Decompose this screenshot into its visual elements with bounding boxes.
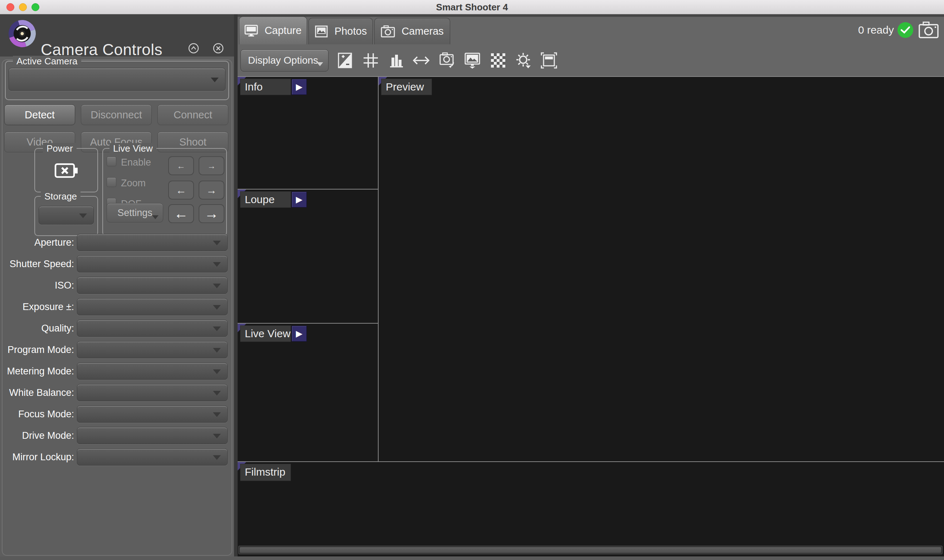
power-group-label: Power	[43, 143, 77, 154]
arrow-right-icon: →	[204, 206, 219, 222]
live-view-panel: Live View ▶	[238, 324, 378, 461]
iso-select[interactable]	[77, 277, 228, 294]
aperture-label: Aperture:	[3, 237, 74, 248]
lv-focus-near-small-button[interactable]: ←	[168, 156, 194, 175]
tab-photos[interactable]: Photos	[308, 18, 373, 45]
dock-splitter[interactable]	[234, 14, 238, 560]
mirror-lockup-label: Mirror Lockup:	[3, 452, 74, 462]
drive-mode-label: Drive Mode:	[3, 430, 74, 441]
live-view-zoom-checkbox[interactable]	[106, 177, 116, 187]
tab-cameras[interactable]: Cameras	[374, 18, 450, 45]
live-view-panel-tab[interactable]: Live View	[241, 326, 291, 342]
lv-focus-far-large-button[interactable]: →	[199, 204, 224, 223]
tab-strip-shadow	[238, 14, 944, 17]
window-bottom-edge	[0, 557, 944, 560]
fit-width-icon[interactable]	[413, 52, 430, 69]
dropdown-arrow-icon	[213, 348, 221, 352]
transparency-checker-icon[interactable]	[489, 52, 507, 69]
exposure-compensation-select[interactable]	[77, 298, 228, 315]
arrow-left-icon: ←	[176, 184, 187, 196]
photos-ready-status: 0 ready	[834, 22, 894, 38]
focus-mode-label: Focus Mode:	[3, 409, 74, 420]
detect-button[interactable]: Detect	[4, 105, 75, 125]
dropdown-arrow-icon	[213, 305, 221, 310]
show-photo-icon[interactable]	[464, 52, 481, 69]
close-panel-icon[interactable]	[213, 43, 224, 54]
battery-empty-icon	[54, 162, 79, 179]
window-title: Smart Shooter 4	[0, 0, 944, 14]
shutter-speed-label: Shutter Speed:	[3, 258, 74, 269]
filmstrip-panel-tab[interactable]: Filmstrip	[241, 464, 291, 481]
loupe-panel: Loupe ▶	[238, 189, 378, 323]
tab-capture[interactable]: Capture	[239, 17, 307, 45]
info-panel-tab[interactable]: Info	[241, 79, 291, 95]
play-icon: ▶	[296, 195, 302, 205]
lv-focus-far-medium-button[interactable]: →	[199, 181, 224, 200]
tab-label: Cameras	[401, 25, 444, 37]
filmstrip-scrollbar[interactable]	[238, 546, 942, 554]
dropdown-arrow-icon	[79, 214, 87, 218]
metering-mode-select[interactable]	[77, 363, 228, 380]
shutter-speed-select[interactable]	[77, 255, 228, 272]
live-view-enable-checkbox[interactable]	[106, 157, 116, 166]
mirror-lockup-select[interactable]	[77, 448, 228, 466]
grid-icon[interactable]	[362, 52, 379, 69]
program-mode-label: Program Mode:	[3, 345, 74, 355]
lv-focus-near-large-button[interactable]: ←	[168, 204, 194, 223]
brightness-icon[interactable]	[515, 52, 532, 69]
live-view-settings-button[interactable]: Settings	[106, 203, 163, 222]
info-play-button[interactable]: ▶	[292, 79, 307, 95]
disconnect-button[interactable]: Disconnect	[81, 105, 152, 125]
dropdown-arrow-icon	[213, 262, 221, 267]
dropdown-arrow-icon	[213, 283, 221, 288]
smart-shooter-logo-icon	[9, 20, 36, 47]
titlebar: Smart Shooter 4	[0, 0, 944, 14]
program-mode-select[interactable]	[77, 341, 228, 358]
storage-group-label: Storage	[41, 191, 80, 202]
aperture-select[interactable]	[77, 234, 228, 251]
zoom-checkbox-label: Zoom	[121, 178, 146, 188]
drive-mode-select[interactable]	[77, 427, 228, 444]
loupe-play-button[interactable]: ▶	[292, 192, 307, 208]
arrow-right-icon: →	[207, 161, 216, 171]
dropdown-arrow-icon	[317, 62, 323, 66]
white-balance-select[interactable]	[77, 384, 228, 401]
monitor-icon	[244, 25, 258, 37]
dropdown-arrow-icon	[211, 78, 219, 82]
connect-button[interactable]: Connect	[157, 105, 228, 125]
dropdown-arrow-icon	[152, 215, 159, 219]
dropdown-arrow-icon	[213, 434, 221, 438]
loupe-panel-tab[interactable]: Loupe	[241, 192, 291, 208]
histogram-icon[interactable]	[388, 52, 405, 69]
arrow-right-icon: →	[206, 184, 217, 196]
display-options-button[interactable]: Display Options	[241, 49, 329, 72]
active-camera-group-label: Active Camera	[13, 56, 81, 66]
preview-panel-tab[interactable]: Preview	[381, 79, 432, 95]
quality-select[interactable]	[77, 320, 228, 337]
actual-size-icon[interactable]	[540, 52, 557, 69]
preview-panel: Preview	[379, 77, 944, 461]
lv-focus-near-medium-button[interactable]: ←	[168, 181, 194, 200]
arrow-left-icon: ←	[177, 161, 185, 171]
lv-focus-far-small-button[interactable]: →	[199, 156, 224, 175]
metering-mode-label: Metering Mode:	[3, 366, 74, 377]
filmstrip-scrollbar-thumb[interactable]	[240, 547, 941, 553]
exposure-icon[interactable]	[336, 52, 353, 69]
iso-label: ISO:	[3, 280, 74, 291]
live-view-play-button[interactable]: ▶	[292, 326, 307, 342]
focus-mode-select[interactable]	[77, 406, 228, 423]
camera-controls-header: Camera Controls	[0, 14, 234, 57]
storage-select[interactable]	[39, 206, 94, 225]
dropdown-arrow-icon	[213, 241, 221, 245]
dropdown-arrow-icon	[213, 391, 221, 395]
exposure-compensation-label: Exposure ±:	[3, 302, 74, 312]
app-window: Smart Shooter 4 Camera Controls	[0, 0, 944, 560]
rotate-photo-icon[interactable]	[439, 52, 456, 69]
play-icon: ▶	[296, 329, 302, 338]
quality-label: Quality:	[3, 323, 74, 334]
active-camera-select[interactable]	[9, 68, 225, 91]
status-ok-icon	[898, 22, 913, 38]
dropdown-arrow-icon	[213, 412, 221, 417]
float-panel-icon[interactable]	[188, 43, 199, 54]
filmstrip-panel: Filmstrip	[238, 462, 944, 557]
